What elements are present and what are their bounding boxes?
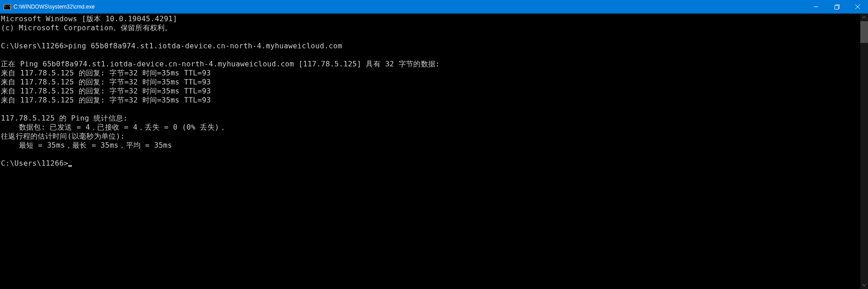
restore-icon — [835, 5, 840, 9]
terminal-output[interactable]: Microsoft Windows [版本 10.0.19045.4291] (… — [0, 14, 860, 289]
pinging-line: 正在 Ping 65b0f8a974.st1.iotda-device.cn-n… — [1, 60, 440, 68]
window-title: C:\WINDOWS\system32\cmd.exe — [14, 4, 94, 10]
prompt-path: C:\Users\11266> — [1, 42, 68, 50]
window-controls — [806, 0, 868, 14]
ping-stats-packets: 数据包: 已发送 = 4，已接收 = 4，丢失 = 0 (0% 丢失)， — [1, 123, 226, 131]
ping-stats-header: 117.78.5.125 的 Ping 统计信息: — [1, 114, 127, 122]
chevron-up-icon — [862, 16, 866, 19]
ping-command: ping 65b0f8a974.st1.iotda-device.cn-nort… — [68, 42, 342, 50]
vertical-scrollbar[interactable] — [860, 14, 868, 289]
os-version-line: Microsoft Windows [版本 10.0.19045.4291] — [1, 14, 177, 23]
prompt-path: C:\Users\11266> — [1, 159, 68, 168]
svg-rect-2 — [835, 5, 838, 9]
chevron-down-icon — [862, 284, 866, 286]
close-button[interactable] — [847, 0, 868, 14]
prompt-line: C:\Users\11266> — [1, 159, 72, 168]
client-area: Microsoft Windows [版本 10.0.19045.4291] (… — [0, 14, 868, 289]
prompt-line: C:\Users\11266>ping 65b0f8a974.st1.iotda… — [1, 42, 342, 50]
maximize-button[interactable] — [826, 0, 847, 14]
scroll-down-button[interactable] — [860, 281, 868, 289]
rtt-header: 往返行程的估计时间(以毫秒为单位): — [1, 132, 125, 140]
ping-reply: 来自 117.78.5.125 的回复: 字节=32 时间=35ms TTL=9… — [1, 87, 211, 95]
copyright-line: (c) Microsoft Corporation。保留所有权利。 — [1, 23, 172, 32]
minimize-icon — [814, 5, 818, 9]
cursor — [68, 165, 72, 167]
ping-reply: 来自 117.78.5.125 的回复: 字节=32 时间=35ms TTL=9… — [1, 78, 211, 86]
titlebar[interactable]: C:\. C:\WINDOWS\system32\cmd.exe — [0, 0, 868, 14]
cmd-app-icon: C:\. — [4, 4, 11, 10]
minimize-button[interactable] — [806, 0, 826, 14]
ping-reply: 来自 117.78.5.125 的回复: 字节=32 时间=35ms TTL=9… — [1, 69, 211, 77]
close-icon — [855, 5, 860, 9]
rtt-values: 最短 = 35ms，最长 = 35ms，平均 = 35ms — [1, 141, 172, 149]
scroll-up-button[interactable] — [860, 14, 868, 21]
ping-reply: 来自 117.78.5.125 的回复: 字节=32 时间=35ms TTL=9… — [1, 96, 211, 104]
scroll-thumb[interactable] — [860, 21, 868, 43]
cmd-window: C:\. C:\WINDOWS\system32\cmd.exe — [0, 0, 868, 289]
